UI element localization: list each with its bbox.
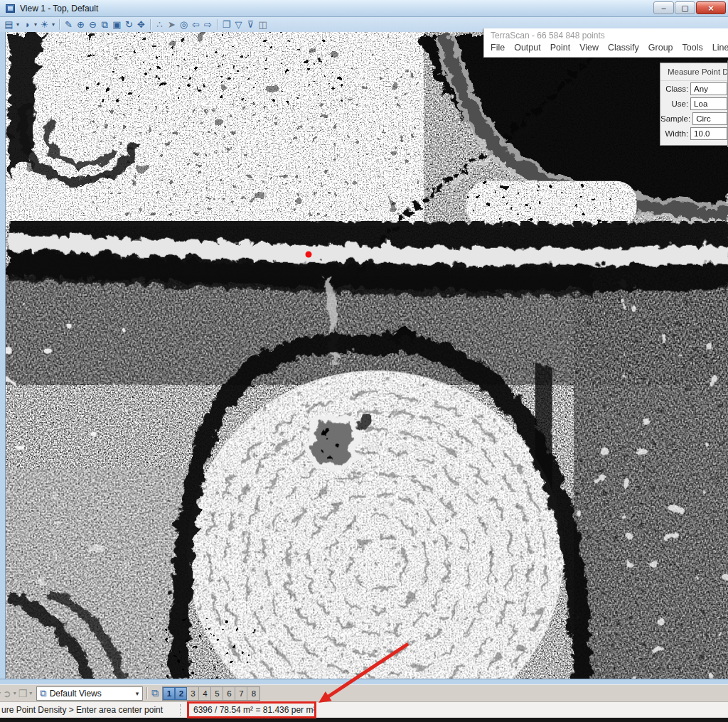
view-5-button[interactable]: 5 <box>211 687 223 700</box>
menu-line[interactable]: Line <box>712 43 728 53</box>
dropdown-caret-icon[interactable]: ▾ <box>14 690 16 696</box>
clip-mask-icon[interactable]: ⊽ <box>245 18 257 31</box>
close-button[interactable]: × <box>696 1 726 14</box>
update-view-icon[interactable]: ✎ <box>63 18 75 31</box>
dropdown-caret-icon[interactable]: ▾ <box>15 21 21 28</box>
use-label: Use: <box>660 99 690 108</box>
maximize-button[interactable]: ▢ <box>675 1 695 14</box>
menu-point[interactable]: Point <box>550 43 571 53</box>
chevron-down-icon: ▾ <box>136 690 139 697</box>
menu-tools[interactable]: Tools <box>682 43 703 53</box>
status-prompt: ure Point Density > Enter area center po… <box>1 705 163 715</box>
point-cloud-viewport[interactable] <box>6 32 728 679</box>
view-group-select[interactable]: ⧉ Default Views ▾ <box>36 686 143 701</box>
window-title: View 1 - Top, Default <box>20 4 98 14</box>
view-groups-toolbar: ▾ ➲ ▾ ❒ ▾ ⧉ Default Views ▾ ⧉ 1 2 3 4 5 … <box>0 684 728 701</box>
minimize-button[interactable]: – <box>653 1 674 14</box>
window-icon <box>6 4 15 13</box>
zoom-out-icon[interactable]: ⊖ <box>87 18 99 31</box>
view-1-button[interactable]: 1 <box>163 687 175 700</box>
models-icon[interactable]: ❒ <box>18 688 28 699</box>
dropdown-caret-icon[interactable]: ▾ <box>33 21 38 28</box>
dropdown-caret-icon[interactable]: ▾ <box>50 21 56 28</box>
terrain-image <box>6 32 728 679</box>
zoom-in-icon[interactable]: ⊕ <box>75 18 87 31</box>
view-attributes-icon[interactable]: ▤ <box>3 18 15 31</box>
view-next-icon[interactable]: ⇨ <box>202 18 214 31</box>
app-screen: { "window": { "title": "View 1 - Top, De… <box>0 0 728 722</box>
status-bar: ure Point Density > Enter area center po… <box>0 701 728 718</box>
dropdown-caret-icon[interactable]: ▾ <box>29 690 32 696</box>
sample-label: Sample: <box>660 114 692 123</box>
view-7-button[interactable]: 7 <box>235 687 247 700</box>
menu-file[interactable]: File <box>491 43 505 53</box>
window-frame-bottom <box>0 679 728 684</box>
titlebar: View 1 - Top, Default – ▢ × <box>0 0 728 17</box>
sample-dropdown[interactable]: Circ <box>692 112 727 125</box>
window-area-icon[interactable]: ⧉ <box>99 18 111 31</box>
width-field[interactable]: 10.0 <box>690 127 727 140</box>
pan-view-icon[interactable]: ✥ <box>135 18 147 31</box>
terrascan-panel: TerraScan - 66 584 848 points File Outpu… <box>483 28 728 58</box>
terrascan-title: TerraScan - 66 584 848 points <box>484 28 728 41</box>
view-group-icon: ⧉ <box>40 688 46 699</box>
view-6-button[interactable]: 6 <box>223 687 235 700</box>
annotation-box <box>187 701 316 718</box>
dialog-title: Measure Point D <box>668 68 728 76</box>
use-dropdown[interactable]: Loa <box>690 97 727 110</box>
apply-clip-icon[interactable]: ◫ <box>257 18 269 31</box>
view-display-mode-icon[interactable]: ◑ <box>21 18 33 31</box>
view-3-button[interactable]: 3 <box>187 687 199 700</box>
menu-group[interactable]: Group <box>648 43 673 53</box>
clip-volume-icon[interactable]: ▽ <box>232 18 245 31</box>
class-label: Class: <box>660 85 690 93</box>
walk-icon[interactable]: ∴ <box>154 18 166 31</box>
terrascan-menu: File Output Point View Classify Group To… <box>484 41 728 53</box>
back-icon[interactable]: ➲ <box>3 688 11 699</box>
view-toggles-icon[interactable]: ⧉ <box>151 687 159 699</box>
rotate-view-icon[interactable]: ↻ <box>123 18 135 31</box>
fly-icon[interactable]: ➤ <box>166 18 178 31</box>
menu-view[interactable]: View <box>579 43 599 53</box>
dropdown-caret-icon[interactable]: ▾ <box>0 690 1 696</box>
window-frame-left <box>0 32 6 679</box>
window-frame-bottom-edge <box>0 718 728 722</box>
class-dropdown[interactable]: Any <box>690 82 727 95</box>
view-previous-icon[interactable]: ⇦ <box>190 18 202 31</box>
menu-classify[interactable]: Classify <box>608 43 639 53</box>
dialog-titlebar: Measure Point D <box>660 63 727 81</box>
adjust-brightness-icon[interactable]: ☀ <box>38 18 50 31</box>
copy-view-icon[interactable]: ❐ <box>220 18 232 31</box>
measure-point-density-dialog: Measure Point D Class: Any Use: Loa Samp… <box>660 63 728 146</box>
view-4-button[interactable]: 4 <box>199 687 211 700</box>
navigate-view-icon[interactable]: ◎ <box>178 18 190 31</box>
width-label: Width: <box>660 129 690 138</box>
view-2-button[interactable]: 2 <box>175 687 187 700</box>
view-number-buttons: 1 2 3 4 5 6 7 8 <box>162 686 260 701</box>
view-group-value: Default Views <box>50 689 136 699</box>
fit-view-icon[interactable]: ▣ <box>111 18 123 31</box>
view-8-button[interactable]: 8 <box>247 687 259 700</box>
menu-output[interactable]: Output <box>514 43 541 53</box>
